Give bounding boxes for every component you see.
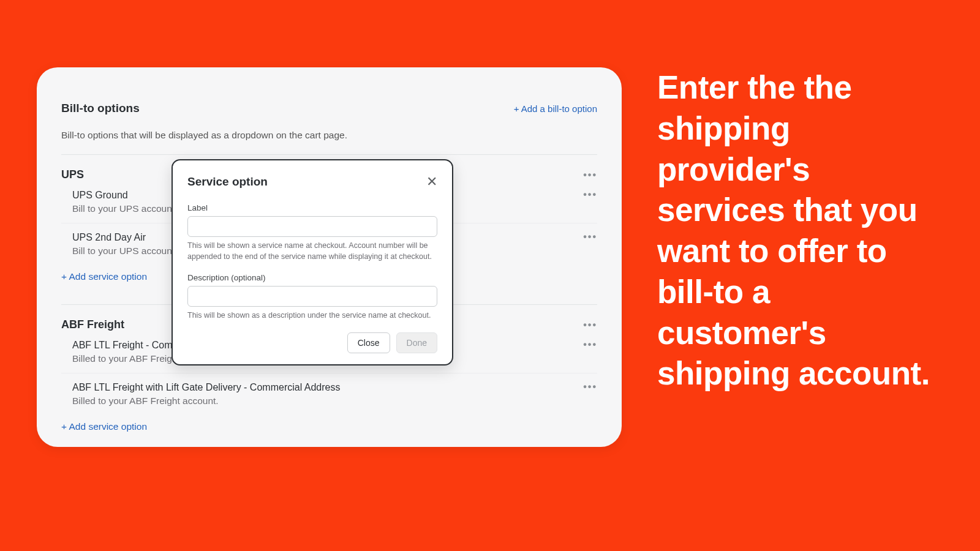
description-field-label: Description (optional) (187, 273, 437, 282)
close-icon[interactable]: ✕ (426, 175, 437, 189)
label-field-label: Label (187, 203, 437, 212)
promo-text: Enter the the shipping provider's servic… (657, 67, 945, 394)
description-field-help: This will be shown as a description unde… (187, 310, 437, 321)
carrier-name: ABF Freight (61, 318, 124, 331)
service-option-sub: Billed to your ABF Freight account. (72, 395, 340, 407)
more-icon[interactable]: ••• (583, 340, 597, 350)
service-option-title: UPS 2nd Day Air (72, 232, 175, 243)
modal-title: Service option (187, 175, 268, 189)
done-button[interactable]: Done (396, 332, 437, 353)
modal-actions: Close Done (187, 332, 437, 353)
panel-header: Bill-to options + Add a bill-to option (61, 102, 597, 115)
more-icon[interactable]: ••• (583, 382, 597, 392)
modal-header: Service option ✕ (187, 175, 437, 189)
add-service-option-link[interactable]: + Add service option (61, 415, 597, 441)
more-icon[interactable]: ••• (583, 232, 597, 242)
add-bill-to-option-link[interactable]: + Add a bill-to option (514, 103, 597, 114)
panel-title: Bill-to options (61, 102, 140, 115)
service-option-sub: Bill to your UPS account (72, 203, 175, 214)
panel-subtitle: Bill-to options that will be displayed a… (61, 130, 597, 141)
more-icon[interactable]: ••• (583, 170, 597, 180)
carrier-name: UPS (61, 168, 84, 181)
description-input[interactable] (187, 286, 437, 307)
more-icon[interactable]: ••• (583, 320, 597, 330)
service-option-title: ABF LTL Freight with Lift Gate Delivery … (72, 382, 340, 393)
service-option-title: UPS Ground (72, 190, 175, 201)
service-option-modal: Service option ✕ Label This will be show… (172, 159, 453, 365)
label-field-help: This will be shown a service name at che… (187, 241, 437, 262)
service-option-row: ABF LTL Freight with Lift Gate Delivery … (61, 373, 597, 415)
service-option-sub: Bill to your UPS account (72, 246, 175, 257)
more-icon[interactable]: ••• (583, 190, 597, 200)
label-input[interactable] (187, 216, 437, 237)
divider (61, 154, 597, 155)
close-button[interactable]: Close (347, 332, 390, 353)
